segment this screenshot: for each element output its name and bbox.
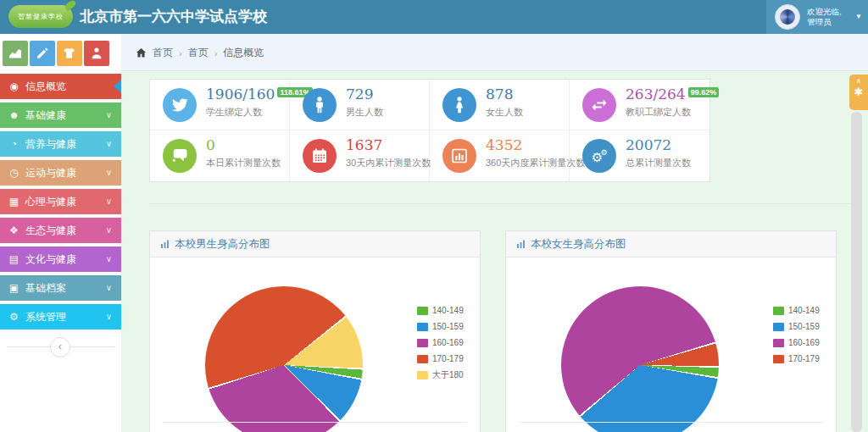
legend-item[interactable]: 140-149 [773,302,820,318]
female-height-pie-chart[interactable] [561,286,719,432]
stat-label: 总累计测量次数 [626,157,691,169]
legend-item[interactable]: 170-179 [773,351,820,367]
school-logo: 智慧健康学校 [8,5,73,28]
flower-gear-icon: ✱ [849,86,868,99]
breadcrumb-separator [214,48,218,58]
stat-value: 0 [206,136,215,153]
sidebar-item-basic-archive[interactable]: ▣基础档案∨ [0,275,121,301]
toolbar-button-stats[interactable] [3,41,28,66]
stat-value: 729 [346,86,373,102]
legend-label: 160-169 [432,338,464,347]
active-indicator-arrow [114,80,121,93]
sidebar-item-sport-health[interactable]: ◷运动与健康∨ [0,160,121,186]
users-icon: ☻ [7,102,21,128]
male-height-chart-panel: 本校男生身高分布图 140-149150-159160-169170-179大于… [149,230,481,432]
legend-item[interactable]: 170-179 [417,351,464,367]
section-divider [149,203,854,204]
eco-icon: ❖ [7,218,21,243]
legend-swatch [773,323,784,331]
legend-item[interactable]: 160-169 [773,335,820,351]
stat-value: 263/26499.62% [626,86,719,102]
comment-icon [163,139,197,173]
panel-footer-divider [163,422,467,423]
sidebar-item-label: 心理与健康 [25,189,76,214]
legend-swatch [417,371,428,379]
stat-value-text: 4352 [486,136,522,153]
stat-card-boys-count: 729男生人数 [290,80,430,130]
stat-value: 1637 [346,136,382,153]
stat-label: 30天内累计测量次数 [346,157,431,169]
quick-toolbar [0,34,121,74]
floating-settings-tab[interactable]: ∧ ✱ [849,75,868,110]
sidebar-item-label: 营养与健康 [25,131,76,157]
chevron-down-icon: ▼ [855,13,862,20]
sidebar-item-label: 生态与健康 [25,218,76,243]
sidebar-item-label: 基础档案 [25,275,66,301]
chart-legend: 140-149150-159160-169170-179大于180 [417,302,464,383]
legend-item[interactable]: 150-159 [773,318,820,335]
chevron-down-icon: ∨ [106,131,112,157]
legend-item[interactable]: 160-169 [417,335,464,351]
breadcrumb-home[interactable]: 首页 [153,46,173,60]
sidebar-item-nutrition-health[interactable]: ◔营养与健康∨ [0,131,121,157]
legend-swatch [773,339,784,347]
toolbar-button-edit[interactable] [30,41,55,66]
sidebar-item-label: 运动与健康 [25,160,76,186]
sidebar-item-eco-health[interactable]: ❖生态与健康∨ [0,218,121,243]
female-height-chart-panel: 本校女生身高分布图 140-149150-159160-169170-179 [505,230,837,432]
sidebar-collapse-button[interactable]: ‹ [50,337,70,357]
chevron-down-icon: ∨ [106,275,112,301]
legend-item[interactable]: 大于180 [417,367,464,383]
legend-item[interactable]: 140-149 [417,302,464,318]
barchart-icon [442,139,476,173]
toolbar-button-wardrobe[interactable] [57,41,82,66]
user-icon [88,45,105,62]
app-header: 智慧健康学校 北京市第一六六中学试点学校 欢迎光临, 管理员 ▼ [0,0,868,34]
legend-swatch [417,307,428,315]
sidebar-item-culture-health[interactable]: ▤文化与健康∨ [0,246,121,272]
nutrition-icon: ◔ [7,131,21,157]
legend-swatch [417,355,428,363]
stat-value-text: 263/264 [626,86,686,102]
sidebar-item-info-overview[interactable]: ◉信息概览 [0,74,121,99]
sidebar-item-psych-health[interactable]: ▦心理与健康∨ [0,189,121,214]
gauge-icon: ◉ [7,74,21,99]
legend-swatch [773,307,784,315]
panel-footer-divider [519,422,823,423]
sidebar-item-label: 信息概览 [25,74,66,99]
stat-label: 女生人数 [486,106,523,119]
stat-card-staff-bind: 263/26499.62%教职工绑定人数 [570,80,709,130]
archive-icon: ▣ [7,275,21,301]
legend-label: 140-149 [788,306,820,315]
vertical-scrollbar[interactable] [851,112,862,432]
gears-icon: ⚙⚙ [582,139,616,173]
legend-swatch [773,355,784,363]
stat-value-text: 20072 [626,136,671,153]
growth-badge: 99.62% [688,87,720,97]
stat-label: 本日累计测量次数 [206,157,281,169]
breadcrumb-home-2[interactable]: 首页 [188,46,209,60]
panel-header: 本校女生身高分布图 [506,231,836,258]
home-icon[interactable] [135,47,147,59]
stat-card-girls-count: 878女生人数 [430,80,570,130]
toolbar-button-user[interactable] [84,41,109,66]
chevron-up-icon: ∧ [849,77,868,86]
bar-chart-icon [516,239,526,249]
avatar [775,4,800,30]
stat-card-measure-30d: 163730天内累计测量次数 [290,130,430,181]
sidebar-item-basic-health[interactable]: ☻基础健康∨ [0,102,121,128]
legend-item[interactable]: 150-159 [417,318,464,335]
retweet-icon [582,88,616,122]
stat-value-text: 878 [486,86,513,102]
breadcrumb: 首页 首页 信息概览 [135,46,264,60]
sidebar-item-label: 系统管理 [25,304,66,330]
male-height-pie-chart[interactable] [205,286,363,432]
user-menu[interactable]: 欢迎光临, 管理员 ▼ [766,0,868,34]
calendar-icon [303,139,337,173]
chevron-down-icon: ∨ [106,189,112,214]
stat-label: 教职工绑定人数 [626,106,691,119]
breadcrumb-bar: 首页 首页 信息概览 [121,34,868,71]
sidebar-item-system-management[interactable]: ⚙系统管理∨ [0,304,121,330]
sidebar-collapse-row: ‹ [0,337,121,357]
panel-header: 本校男生身高分布图 [150,231,480,258]
